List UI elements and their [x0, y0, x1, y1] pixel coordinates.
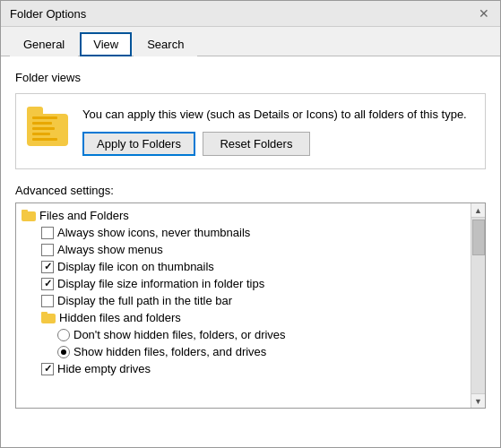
folder-options-window: Folder Options ✕ General View Search Fol…: [0, 0, 501, 448]
tab-search[interactable]: Search: [134, 32, 197, 56]
item-label: Hidden files and folders: [59, 311, 181, 324]
item-label: Always show icons, never thumbnails: [57, 226, 250, 239]
folder-icon-tab: [27, 107, 43, 114]
folder-line-3: [32, 127, 55, 130]
scroll-up-arrow[interactable]: ▲: [471, 203, 486, 218]
item-label: Display file size information in folder …: [57, 277, 264, 290]
title-bar: Folder Options ✕: [1, 1, 500, 27]
advanced-label: Advanced settings:: [15, 184, 486, 197]
window-title: Folder Options: [10, 7, 86, 21]
advanced-section: Advanced settings: Files and Folders: [15, 184, 486, 409]
list-item: Show hidden files, folders, and drives: [16, 343, 471, 360]
checkbox-display-full-path[interactable]: [41, 295, 54, 307]
tab-bar: General View Search: [1, 27, 500, 56]
folder-icon: [27, 107, 72, 146]
list-item: Files and Folders: [16, 207, 471, 224]
list-item: Always show menus: [16, 241, 471, 258]
folder-icon-body: [27, 114, 68, 146]
close-button[interactable]: ✕: [477, 6, 491, 21]
folder-line-1: [32, 116, 57, 119]
scrollbar-thumb[interactable]: [472, 220, 485, 255]
folder-small-icon: [22, 210, 36, 221]
folder-line-4: [32, 133, 50, 135]
checkbox-always-show-menus[interactable]: [41, 244, 54, 256]
folder-icon-lines: [32, 116, 57, 141]
folder-views-box: You can apply this view (such as Details…: [15, 93, 486, 169]
tab-view[interactable]: View: [80, 32, 132, 56]
tab-general[interactable]: General: [10, 32, 78, 56]
radio-dont-show-hidden[interactable]: [57, 329, 70, 341]
checkbox-always-show-icons[interactable]: [41, 227, 54, 239]
checkbox-display-file-icon[interactable]: ✓: [41, 261, 54, 273]
scroll-down-arrow[interactable]: ▼: [471, 393, 486, 408]
scrollbar[interactable]: ▲ ▼: [471, 203, 485, 408]
folder-line-2: [32, 122, 52, 125]
checkbox-hide-empty-drives[interactable]: ✓: [41, 363, 54, 375]
apply-to-folders-button[interactable]: Apply to Folders: [82, 132, 195, 156]
tab-content: Folder views You can apply this view (: [1, 56, 500, 447]
scrollbar-track[interactable]: [471, 218, 485, 393]
list-item: Hidden files and folders: [16, 309, 471, 326]
item-label: Show hidden files, folders, and drives: [73, 345, 266, 358]
list-item: ✓ Display file icon on thumbnails: [16, 258, 471, 275]
folder-line-5: [32, 138, 57, 141]
advanced-settings-tree: Files and Folders Always show icons, nev…: [15, 202, 486, 409]
folder-description: You can apply this view (such as Details…: [82, 107, 474, 123]
item-label: Always show menus: [57, 243, 163, 256]
list-item: Always show icons, never thumbnails: [16, 224, 471, 241]
item-label: Files and Folders: [39, 209, 129, 222]
folder-text-area: You can apply this view (such as Details…: [82, 107, 474, 156]
radio-show-hidden[interactable]: [57, 346, 70, 358]
folder-views-label: Folder views: [15, 71, 486, 84]
checkbox-display-file-size[interactable]: ✓: [41, 278, 54, 290]
tree-content: Files and Folders Always show icons, nev…: [16, 203, 471, 408]
list-item: ✓ Hide empty drives: [16, 360, 471, 377]
list-item: Display the full path in the title bar: [16, 292, 471, 309]
item-label: Display file icon on thumbnails: [57, 260, 214, 273]
item-label: Don't show hidden files, folders, or dri…: [73, 328, 286, 341]
folder-button-row: Apply to Folders Reset Folders: [82, 132, 474, 156]
item-label: Display the full path in the title bar: [57, 294, 232, 307]
list-item: Don't show hidden files, folders, or dri…: [16, 326, 471, 343]
folder-small-icon-hidden: [41, 312, 56, 323]
reset-folders-button[interactable]: Reset Folders: [203, 132, 310, 156]
item-label: Hide empty drives: [57, 362, 151, 375]
list-item: ✓ Display file size information in folde…: [16, 275, 471, 292]
